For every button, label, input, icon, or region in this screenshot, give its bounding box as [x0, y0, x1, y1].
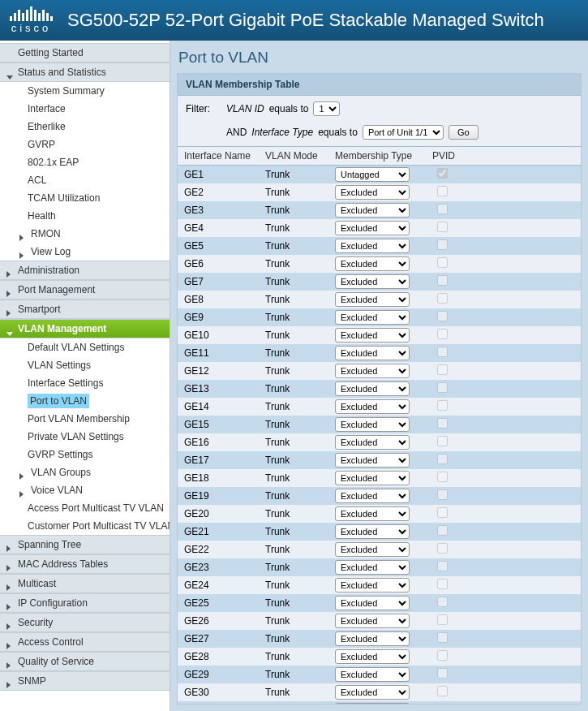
- membership-select[interactable]: Excluded: [335, 221, 410, 235]
- membership-select[interactable]: Excluded: [335, 203, 410, 218]
- membership-select[interactable]: Excluded: [335, 685, 410, 700]
- pvid-checkbox[interactable]: [437, 579, 448, 589]
- membership-select[interactable]: Excluded: [335, 399, 410, 414]
- membership-select[interactable]: Excluded: [335, 506, 410, 521]
- nav-qos[interactable]: Quality of Service: [0, 652, 170, 671]
- membership-select[interactable]: Excluded: [335, 703, 410, 704]
- pvid-checkbox[interactable]: [437, 293, 448, 304]
- pvid-checkbox[interactable]: [437, 507, 448, 518]
- pvid-checkbox[interactable]: [437, 454, 448, 464]
- nav-port-vlan-membership[interactable]: Port VLAN Membership: [0, 410, 170, 428]
- nav-customer-port-tv[interactable]: Customer Port Multicast TV VLAN: [0, 517, 170, 535]
- go-button[interactable]: Go: [449, 125, 479, 140]
- nav-mac-tables[interactable]: MAC Address Tables: [0, 554, 170, 574]
- pvid-checkbox[interactable]: [437, 204, 448, 214]
- membership-select[interactable]: Excluded: [335, 649, 410, 664]
- membership-select[interactable]: Excluded: [335, 292, 410, 307]
- membership-select[interactable]: Excluded: [335, 542, 410, 557]
- membership-select[interactable]: Excluded: [335, 667, 410, 682]
- nav-vlan-management[interactable]: VLAN Management: [0, 319, 170, 338]
- membership-select[interactable]: Excluded: [335, 417, 410, 432]
- nav-acl[interactable]: ACL: [0, 171, 170, 189]
- membership-select[interactable]: Excluded: [335, 435, 410, 450]
- pvid-checkbox[interactable]: [437, 257, 448, 268]
- pvid-checkbox[interactable]: [437, 561, 448, 571]
- membership-select[interactable]: Excluded: [335, 256, 410, 271]
- pvid-checkbox[interactable]: [437, 239, 448, 250]
- membership-select[interactable]: Excluded: [335, 578, 410, 592]
- pvid-checkbox[interactable]: [437, 347, 448, 357]
- nav-gvrp-settings[interactable]: GVRP Settings: [0, 446, 170, 463]
- membership-select[interactable]: Excluded: [335, 614, 410, 628]
- nav-voice-vlan[interactable]: Voice VLAN: [0, 481, 170, 499]
- membership-select[interactable]: Excluded: [335, 346, 410, 360]
- nav-etherlike[interactable]: Etherlike: [0, 118, 170, 136]
- nav-access-control[interactable]: Access Control: [0, 632, 170, 652]
- pvid-checkbox[interactable]: [437, 632, 448, 643]
- pvid-checkbox[interactable]: [437, 222, 448, 232]
- nav-administration[interactable]: Administration: [0, 261, 170, 280]
- nav-vlan-settings[interactable]: VLAN Settings: [0, 356, 170, 374]
- nav-snmp[interactable]: SNMP: [0, 671, 170, 691]
- nav-security[interactable]: Security: [0, 613, 170, 632]
- pvid-checkbox[interactable]: [437, 686, 448, 696]
- nav-ip-config[interactable]: IP Configuration: [0, 593, 170, 613]
- pvid-checkbox[interactable]: [437, 364, 448, 375]
- nav-gvrp[interactable]: GVRP: [0, 136, 170, 153]
- pvid-checkbox[interactable]: [437, 418, 448, 429]
- membership-select[interactable]: Excluded: [335, 631, 410, 646]
- membership-select[interactable]: Excluded: [335, 185, 410, 200]
- pvid-checkbox[interactable]: [437, 168, 448, 179]
- nav-eap[interactable]: 802.1x EAP: [0, 153, 170, 171]
- nav-tcam[interactable]: TCAM Utilization: [0, 189, 170, 207]
- pvid-checkbox[interactable]: [437, 489, 448, 500]
- pvid-checkbox[interactable]: [437, 400, 448, 411]
- nav-vlan-groups[interactable]: VLAN Groups: [0, 463, 170, 481]
- nav-access-port-tv[interactable]: Access Port Multicast TV VLAN: [0, 499, 170, 517]
- membership-select[interactable]: Excluded: [335, 274, 410, 289]
- membership-select[interactable]: Excluded: [335, 489, 410, 503]
- pvid-checkbox[interactable]: [437, 668, 448, 679]
- membership-select[interactable]: Excluded: [335, 524, 410, 539]
- membership-select[interactable]: Excluded: [335, 328, 410, 343]
- membership-select[interactable]: Excluded: [335, 381, 410, 396]
- vlan-id-select[interactable]: 1: [313, 101, 340, 116]
- nav-status[interactable]: Status and Statistics: [0, 62, 170, 82]
- pvid-checkbox[interactable]: [437, 186, 448, 196]
- cell-vlan-mode: Trunk: [259, 451, 328, 469]
- nav-multicast[interactable]: Multicast: [0, 574, 170, 593]
- pvid-checkbox[interactable]: [437, 472, 448, 482]
- membership-select[interactable]: Excluded: [335, 560, 410, 575]
- membership-select[interactable]: Excluded: [335, 471, 410, 485]
- membership-select[interactable]: Excluded: [335, 310, 410, 325]
- pvid-checkbox[interactable]: [437, 650, 448, 661]
- pvid-checkbox[interactable]: [437, 382, 448, 393]
- nav-smartport[interactable]: Smartport: [0, 299, 170, 319]
- nav-view-log[interactable]: View Log: [0, 243, 170, 261]
- nav-interface-settings[interactable]: Interface Settings: [0, 374, 170, 392]
- pvid-checkbox[interactable]: [437, 597, 448, 607]
- nav-spanning-tree[interactable]: Spanning Tree: [0, 535, 170, 554]
- pvid-checkbox[interactable]: [437, 436, 448, 446]
- pvid-checkbox[interactable]: [437, 525, 448, 536]
- pvid-checkbox[interactable]: [437, 329, 448, 339]
- pvid-checkbox[interactable]: [437, 275, 448, 286]
- pvid-checkbox[interactable]: [437, 311, 448, 321]
- nav-rmon[interactable]: RMON: [0, 225, 170, 243]
- nav-default-vlan[interactable]: Default VLAN Settings: [0, 338, 170, 356]
- membership-select[interactable]: Excluded: [335, 453, 410, 468]
- nav-private-vlan[interactable]: Private VLAN Settings: [0, 428, 170, 446]
- membership-select[interactable]: Excluded: [335, 364, 410, 378]
- nav-interface[interactable]: Interface: [0, 100, 170, 118]
- nav-port-management[interactable]: Port Management: [0, 280, 170, 299]
- pvid-checkbox[interactable]: [437, 543, 448, 554]
- membership-select[interactable]: Excluded: [335, 596, 410, 610]
- nav-system-summary[interactable]: System Summary: [0, 82, 170, 100]
- pvid-checkbox[interactable]: [437, 614, 448, 625]
- nav-getting-started[interactable]: Getting Started: [0, 43, 170, 62]
- nav-health[interactable]: Health: [0, 207, 170, 225]
- membership-select[interactable]: Untagged: [335, 167, 410, 182]
- membership-select[interactable]: Excluded: [335, 239, 410, 253]
- nav-port-to-vlan[interactable]: Port to VLAN: [0, 392, 170, 410]
- interface-type-select[interactable]: Port of Unit 1/1: [363, 125, 444, 140]
